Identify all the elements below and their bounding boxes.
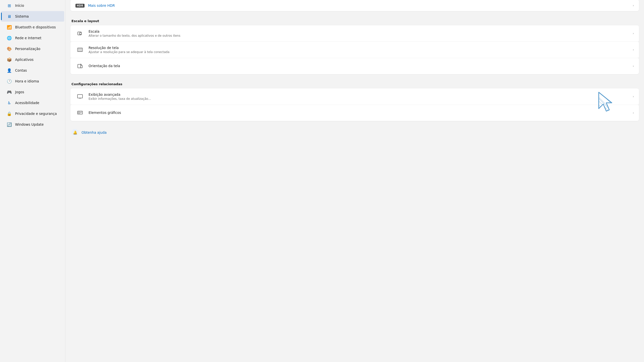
escala-icon [75, 29, 85, 38]
sidebar-item-inicio[interactable]: ⊞Início [1, 0, 64, 11]
resolucao-subtitle: Ajustar a resolução para se adequar à te… [89, 50, 170, 54]
hdr-chevron: › [633, 4, 634, 7]
resolucao-text: Resolução de tela Ajustar a resolução pa… [89, 46, 170, 54]
sidebar: ⊞Início🖥Sistema📶Bluetooth e dispositivos… [0, 0, 65, 362]
graficos-text: Elementos gráficos [89, 111, 121, 115]
orientacao-chevron: › [633, 64, 634, 68]
resolucao-title: Resolução de tela [89, 46, 170, 50]
escala-text: Escala Alterar o tamanho do texto, dos a… [89, 29, 180, 37]
orientacao-text: Orientação da tela [89, 64, 120, 68]
sidebar-icon-contas: 👤 [7, 68, 12, 73]
sidebar-icon-sistema: 🖥 [7, 14, 12, 19]
sidebar-label-personalizacao: Personalização [15, 47, 40, 51]
resolucao-chevron: › [633, 48, 634, 52]
svg-rect-1 [79, 33, 82, 34]
sidebar-item-aplicativos[interactable]: 📦Aplicativos [1, 54, 64, 65]
sidebar-icon-inicio: ⊞ [7, 3, 12, 8]
sidebar-item-windows-update[interactable]: 🔄Windows Update [1, 119, 64, 130]
sidebar-item-sistema[interactable]: 🖥Sistema [1, 11, 64, 22]
sidebar-label-acessibilidade: Acessibilidade [15, 101, 39, 105]
exibicao-title: Exibição avançada [89, 93, 151, 97]
hdr-link[interactable]: Mais sobre HDR [88, 4, 115, 8]
sidebar-icon-hora: 🕐 [7, 79, 12, 83]
help-section: 🔔 Obtenha ajuda [70, 124, 639, 139]
sidebar-icon-jogos: 🎮 [7, 90, 12, 94]
escala-chevron: › [633, 32, 634, 35]
resolucao-icon [75, 45, 85, 54]
sidebar-label-hora: Hora e idioma [15, 79, 39, 83]
exibicao-item[interactable]: Exibição avançada Exibir informações, ta… [70, 88, 639, 105]
related-label: Configurações relacionadas [70, 77, 639, 88]
scale-layout-label: Escala e layout [70, 14, 639, 25]
sidebar-item-acessibilidade[interactable]: ♿Acessibilidade [1, 98, 64, 108]
sidebar-icon-rede: 🌐 [7, 36, 12, 40]
sidebar-item-contas[interactable]: 👤Contas [1, 65, 64, 76]
hdr-badge: HDR [75, 4, 85, 8]
sidebar-icon-bluetooth: 📶 [7, 25, 12, 29]
scale-layout-group: Escala Alterar o tamanho do texto, dos a… [70, 25, 639, 74]
svg-rect-21 [78, 112, 80, 113]
sidebar-label-privacidade: Privacidade e segurança [15, 112, 57, 116]
svg-rect-7 [77, 95, 83, 98]
sidebar-icon-windows-update: 🔄 [7, 122, 12, 127]
hdr-section: HDR Mais sobre HDR › [70, 0, 639, 11]
sidebar-icon-privacidade: 🔒 [7, 111, 12, 116]
sidebar-label-contas: Contas [15, 68, 27, 72]
sidebar-icon-aplicativos: 📦 [7, 57, 12, 62]
sidebar-icon-personalizacao: 🎨 [7, 47, 12, 51]
active-indicator [1, 13, 2, 20]
help-icon: 🔔 [71, 129, 78, 136]
resolucao-item[interactable]: Resolução de tela Ajustar a resolução pa… [70, 42, 639, 58]
sidebar-item-jogos[interactable]: 🎮Jogos [1, 87, 64, 97]
escala-subtitle: Alterar o tamanho do texto, dos aplicati… [89, 34, 180, 37]
hdr-item[interactable]: HDR Mais sobre HDR › [70, 0, 639, 11]
svg-rect-2 [77, 48, 83, 52]
exibicao-subtitle: Exibir informações, taxa de atualização.… [89, 97, 151, 101]
orientacao-title: Orientação da tela [89, 64, 120, 68]
escala-title: Escala [89, 29, 180, 33]
graficos-chevron: › [633, 111, 634, 115]
sidebar-label-windows-update: Windows Update [15, 122, 44, 126]
sidebar-item-hora[interactable]: 🕐Hora e idioma [1, 76, 64, 86]
sidebar-icon-acessibilidade: ♿ [7, 101, 12, 105]
graficos-item[interactable]: Elementos gráficos › [70, 105, 639, 121]
orientacao-icon [75, 62, 85, 71]
sidebar-item-privacidade[interactable]: 🔒Privacidade e segurança [1, 108, 64, 119]
sidebar-label-bluetooth: Bluetooth e dispositivos [15, 25, 56, 29]
sidebar-item-personalizacao[interactable]: 🎨Personalização [1, 43, 64, 54]
exibicao-chevron: › [633, 95, 634, 98]
help-link[interactable]: Obtenha ajuda [82, 130, 107, 134]
related-settings-group: Exibição avançada Exibir informações, ta… [70, 88, 639, 121]
sidebar-item-rede[interactable]: 🌐Rede e Internet [1, 33, 64, 43]
help-bell-icon: 🔔 [73, 130, 77, 134]
exibicao-text: Exibição avançada Exibir informações, ta… [89, 93, 151, 101]
sidebar-item-bluetooth[interactable]: 📶Bluetooth e dispositivos [1, 22, 64, 32]
exibicao-icon [75, 92, 85, 101]
graficos-title: Elementos gráficos [89, 111, 121, 115]
sidebar-label-rede: Rede e Internet [15, 36, 41, 40]
svg-rect-6 [80, 65, 82, 68]
hdr-text: Mais sobre HDR [88, 4, 115, 8]
graficos-icon [75, 108, 85, 117]
sidebar-label-sistema: Sistema [15, 14, 29, 18]
main-content: HDR Mais sobre HDR › Escala e layout [65, 0, 644, 362]
sidebar-label-jogos: Jogos [15, 90, 24, 94]
sidebar-label-aplicativos: Aplicativos [15, 58, 33, 62]
sidebar-label-inicio: Início [15, 4, 24, 8]
orientacao-item[interactable]: Orientação da tela › [70, 58, 639, 74]
escala-item[interactable]: Escala Alterar o tamanho do texto, dos a… [70, 25, 639, 42]
